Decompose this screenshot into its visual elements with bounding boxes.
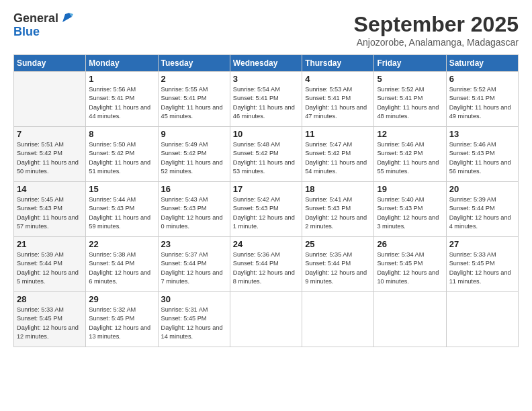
day-number: 27	[449, 239, 515, 249]
logo-icon	[60, 10, 75, 25]
table-row	[230, 292, 302, 347]
day-number: 16	[161, 184, 227, 194]
table-row: 1Sunrise: 5:56 AM Sunset: 5:41 PM Daylig…	[86, 72, 158, 127]
day-info: Sunrise: 5:31 AM Sunset: 5:45 PM Dayligh…	[161, 306, 227, 341]
day-number: 13	[449, 129, 515, 139]
logo-text: General Blue	[13, 12, 75, 39]
table-row: 15Sunrise: 5:44 AM Sunset: 5:43 PM Dayli…	[86, 182, 158, 237]
day-number: 18	[305, 184, 371, 194]
month-title: September 2025	[354, 12, 519, 37]
day-info: Sunrise: 5:56 AM Sunset: 5:41 PM Dayligh…	[89, 85, 154, 121]
day-number: 19	[377, 184, 443, 194]
table-row: 23Sunrise: 5:37 AM Sunset: 5:44 PM Dayli…	[158, 237, 230, 292]
day-info: Sunrise: 5:51 AM Sunset: 5:42 PM Dayligh…	[17, 140, 83, 176]
table-row: 11Sunrise: 5:47 AM Sunset: 5:42 PM Dayli…	[302, 127, 374, 182]
table-row: 9Sunrise: 5:49 AM Sunset: 5:42 PM Daylig…	[158, 127, 230, 182]
table-row: 22Sunrise: 5:38 AM Sunset: 5:44 PM Dayli…	[86, 237, 158, 292]
day-info: Sunrise: 5:33 AM Sunset: 5:45 PM Dayligh…	[17, 306, 83, 341]
day-info: Sunrise: 5:38 AM Sunset: 5:44 PM Dayligh…	[89, 250, 154, 286]
day-number: 30	[161, 294, 227, 304]
header-wednesday: Wednesday	[230, 55, 302, 72]
day-info: Sunrise: 5:36 AM Sunset: 5:44 PM Dayligh…	[233, 250, 299, 286]
table-row: 12Sunrise: 5:46 AM Sunset: 5:42 PM Dayli…	[374, 127, 446, 182]
table-row	[374, 292, 446, 347]
calendar-header-row: Sunday Monday Tuesday Wednesday Thursday…	[14, 55, 519, 72]
table-row: 4Sunrise: 5:53 AM Sunset: 5:41 PM Daylig…	[302, 72, 374, 127]
day-info: Sunrise: 5:46 AM Sunset: 5:42 PM Dayligh…	[377, 140, 443, 176]
day-number: 4	[305, 74, 371, 84]
table-row: 17Sunrise: 5:42 AM Sunset: 5:43 PM Dayli…	[230, 182, 302, 237]
table-row: 10Sunrise: 5:48 AM Sunset: 5:42 PM Dayli…	[230, 127, 302, 182]
table-row: 3Sunrise: 5:54 AM Sunset: 5:41 PM Daylig…	[230, 72, 302, 127]
table-row: 26Sunrise: 5:34 AM Sunset: 5:45 PM Dayli…	[374, 237, 446, 292]
day-number: 1	[89, 74, 154, 84]
day-info: Sunrise: 5:52 AM Sunset: 5:41 PM Dayligh…	[449, 85, 515, 121]
table-row: 8Sunrise: 5:50 AM Sunset: 5:42 PM Daylig…	[86, 127, 158, 182]
day-number: 15	[89, 184, 154, 194]
day-info: Sunrise: 5:40 AM Sunset: 5:43 PM Dayligh…	[377, 195, 443, 231]
table-row: 7Sunrise: 5:51 AM Sunset: 5:42 PM Daylig…	[14, 127, 86, 182]
table-row	[302, 292, 374, 347]
table-row: 19Sunrise: 5:40 AM Sunset: 5:43 PM Dayli…	[374, 182, 446, 237]
subtitle: Anjozorobe, Analamanga, Madagascar	[354, 37, 519, 48]
header-thursday: Thursday	[302, 55, 374, 72]
table-row: 27Sunrise: 5:33 AM Sunset: 5:45 PM Dayli…	[446, 237, 518, 292]
table-row: 24Sunrise: 5:36 AM Sunset: 5:44 PM Dayli…	[230, 237, 302, 292]
day-number: 29	[89, 294, 154, 304]
header-sunday: Sunday	[14, 55, 86, 72]
table-row: 6Sunrise: 5:52 AM Sunset: 5:41 PM Daylig…	[446, 72, 518, 127]
table-row	[446, 292, 518, 347]
day-number: 22	[89, 239, 154, 249]
page: General Blue September 2025 Anjozorobe, …	[0, 0, 532, 411]
day-info: Sunrise: 5:50 AM Sunset: 5:42 PM Dayligh…	[89, 140, 154, 176]
table-row: 30Sunrise: 5:31 AM Sunset: 5:45 PM Dayli…	[158, 292, 230, 347]
day-info: Sunrise: 5:42 AM Sunset: 5:43 PM Dayligh…	[233, 195, 299, 231]
table-row: 29Sunrise: 5:32 AM Sunset: 5:45 PM Dayli…	[86, 292, 158, 347]
day-info: Sunrise: 5:32 AM Sunset: 5:45 PM Dayligh…	[89, 306, 154, 341]
day-number: 6	[449, 74, 515, 84]
table-row: 16Sunrise: 5:43 AM Sunset: 5:43 PM Dayli…	[158, 182, 230, 237]
logo: General Blue	[13, 12, 75, 39]
header-saturday: Saturday	[446, 55, 518, 72]
day-number: 14	[17, 184, 83, 194]
header-monday: Monday	[86, 55, 158, 72]
day-info: Sunrise: 5:47 AM Sunset: 5:42 PM Dayligh…	[305, 140, 371, 176]
day-info: Sunrise: 5:49 AM Sunset: 5:42 PM Dayligh…	[161, 140, 227, 176]
day-info: Sunrise: 5:33 AM Sunset: 5:45 PM Dayligh…	[449, 250, 515, 286]
day-number: 12	[377, 129, 443, 139]
header: General Blue September 2025 Anjozorobe, …	[13, 12, 519, 48]
day-number: 5	[377, 74, 443, 84]
table-row: 14Sunrise: 5:45 AM Sunset: 5:43 PM Dayli…	[14, 182, 86, 237]
table-row: 20Sunrise: 5:39 AM Sunset: 5:44 PM Dayli…	[446, 182, 518, 237]
title-block: September 2025 Anjozorobe, Analamanga, M…	[354, 12, 519, 48]
day-info: Sunrise: 5:46 AM Sunset: 5:43 PM Dayligh…	[449, 140, 515, 176]
header-friday: Friday	[374, 55, 446, 72]
day-info: Sunrise: 5:48 AM Sunset: 5:42 PM Dayligh…	[233, 140, 299, 176]
day-number: 25	[305, 239, 371, 249]
table-row: 13Sunrise: 5:46 AM Sunset: 5:43 PM Dayli…	[446, 127, 518, 182]
table-row: 28Sunrise: 5:33 AM Sunset: 5:45 PM Dayli…	[14, 292, 86, 347]
header-tuesday: Tuesday	[158, 55, 230, 72]
day-info: Sunrise: 5:44 AM Sunset: 5:43 PM Dayligh…	[89, 195, 154, 231]
day-number: 24	[233, 239, 299, 249]
table-row: 2Sunrise: 5:55 AM Sunset: 5:41 PM Daylig…	[158, 72, 230, 127]
day-number: 17	[233, 184, 299, 194]
table-row: 25Sunrise: 5:35 AM Sunset: 5:44 PM Dayli…	[302, 237, 374, 292]
day-info: Sunrise: 5:43 AM Sunset: 5:43 PM Dayligh…	[161, 195, 227, 231]
day-info: Sunrise: 5:54 AM Sunset: 5:41 PM Dayligh…	[233, 85, 299, 121]
day-info: Sunrise: 5:52 AM Sunset: 5:41 PM Dayligh…	[377, 85, 443, 121]
day-info: Sunrise: 5:41 AM Sunset: 5:43 PM Dayligh…	[305, 195, 371, 231]
day-info: Sunrise: 5:39 AM Sunset: 5:44 PM Dayligh…	[449, 195, 515, 231]
day-info: Sunrise: 5:55 AM Sunset: 5:41 PM Dayligh…	[161, 85, 227, 121]
table-row: 18Sunrise: 5:41 AM Sunset: 5:43 PM Dayli…	[302, 182, 374, 237]
table-row: 5Sunrise: 5:52 AM Sunset: 5:41 PM Daylig…	[374, 72, 446, 127]
logo-general: General	[13, 12, 58, 26]
day-number: 20	[449, 184, 515, 194]
calendar: Sunday Monday Tuesday Wednesday Thursday…	[13, 54, 519, 347]
day-number: 23	[161, 239, 227, 249]
day-number: 8	[89, 129, 154, 139]
day-number: 11	[305, 129, 371, 139]
day-info: Sunrise: 5:35 AM Sunset: 5:44 PM Dayligh…	[305, 250, 371, 286]
day-number: 28	[17, 294, 83, 304]
day-info: Sunrise: 5:34 AM Sunset: 5:45 PM Dayligh…	[377, 250, 443, 286]
